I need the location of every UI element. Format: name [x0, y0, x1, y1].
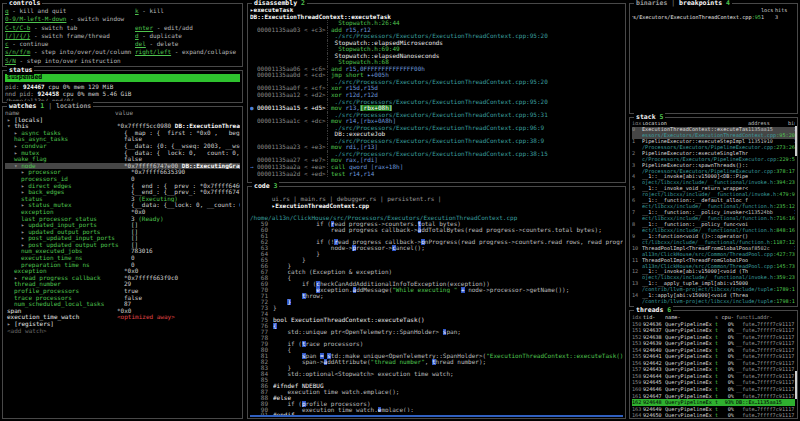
watches-col-value: value — [115, 110, 240, 117]
threads-body: idxtid-name-scpu-functi…addr-bin 1509246… — [632, 314, 795, 417]
controls-hint-row: [/]/{/} - switch frame/threadd - duplica… — [5, 32, 240, 40]
watch-row[interactable]: ▸ [registers] — [5, 321, 240, 328]
code-body: ui.rs | main.rs | debugger.rs | persiste… — [250, 190, 623, 417]
status-lines: pid: 924467 cpu 0% mem 129 MiBnnd pid: 9… — [5, 83, 240, 102]
watch-row[interactable]: ▾ node*0x7ffff6747e00 DB::ExecutingGraph… — [5, 163, 240, 170]
breakpoints-panel: binaries | breakpoints 4 locs hits /home… — [629, 3, 798, 114]
threads-panel: threads 6 idxtid-name-scpu-functi…addr-b… — [629, 310, 798, 419]
disassembly-panel: disassembly 2 ▸executeTask DB::Execution… — [247, 3, 626, 183]
watch-value: {__data: {__lock: 0, __count: 0, __owner… — [131, 202, 240, 209]
watch-value: 0 — [131, 176, 240, 183]
watch-row[interactable]: ▸ [locals] — [5, 117, 240, 124]
watch-row[interactable]: <add watch> — [5, 328, 240, 335]
watch-row[interactable]: ▸ post_updated_output_ports[] — [5, 242, 240, 249]
watch-name: <add watch> — [5, 328, 117, 335]
watch-value: *0x7ffff663f9c0 — [124, 275, 240, 282]
watch-row[interactable]: processors_id0 — [5, 176, 240, 183]
watch-value: {__end_: {__prev_: *0x7ffff6747e28 , __n… — [131, 189, 240, 196]
watch-row[interactable]: execution_time_ns0 — [5, 255, 240, 262]
watch-row[interactable]: exception*0x0 — [5, 268, 240, 275]
stack-body: idx location address bin 0ExecutionThrea… — [632, 121, 795, 305]
watch-name: ▸ updated_input_ports — [5, 222, 131, 229]
thread-list: 150924636QueryPipelineExt0%__fute…7ffff7… — [632, 321, 795, 417]
disassembly-lines: Stopwatch.h:26:44 00001135aa03 < +c3>add… — [250, 20, 623, 177]
watch-name: preparation_time_ns — [5, 262, 131, 269]
watch-row[interactable]: ▸ updated_output_ports[] — [5, 229, 240, 236]
watch-value: 783016 — [131, 248, 240, 255]
watch-value: false — [124, 136, 240, 143]
watch-value: 0 — [131, 262, 240, 269]
watch-name: trace_processors — [5, 295, 124, 302]
watch-row[interactable]: ▸ mutex{__data: {__lock: 0, __count: 0, … — [5, 150, 240, 157]
watch-row[interactable]: exception*0x0 — [5, 209, 240, 216]
disassembly-line[interactable]: 00001135aa2d < +ed>test r14,r14 — [250, 171, 623, 178]
stack-scrollbar[interactable] — [795, 126, 797, 156]
watch-row[interactable]: profile_processorstrue — [5, 288, 240, 295]
watch-name: ▸ read_progress_callback — [5, 275, 124, 282]
watch-row[interactable]: ▸ condvar{__data: {0: {__wseq: 2003, __w… — [5, 143, 240, 150]
stack-panel-title: stack 5 — [634, 113, 665, 122]
watch-row[interactable]: ▸ updated_input_ports[] — [5, 222, 240, 229]
controls-panel-title: controls — [7, 0, 42, 8]
watch-name: exception — [5, 268, 124, 275]
status-line: pid: 924467 cpu 0% mem 129 MiB — [5, 83, 240, 90]
watch-row[interactable]: ▸ async_tasks{__map_: {__first_: *0x0 , … — [5, 130, 240, 137]
stack-frame-list: 0ExecutionThreadContext::executeTask1135… — [632, 127, 795, 305]
watch-row[interactable]: execution_time_watch<optimized away> — [5, 314, 240, 321]
watch-name: num_scheduled_local_tasks — [5, 301, 124, 308]
watch-row[interactable]: ▸ read_progress_callback*0x7ffff663f9c0 — [5, 275, 240, 282]
watch-row[interactable]: ▾ this*0x7ffff5cc0980 DB::ExecutionThrea… — [5, 123, 240, 130]
stack-frame-source-line[interactable]: /home/al13n/ClickHouse/contrib/llvm-proj… — [632, 299, 795, 305]
watch-value — [117, 321, 240, 328]
watch-row[interactable]: thread_number29 — [5, 281, 240, 288]
watch-name: processors_id — [5, 176, 131, 183]
watch-value: {__map_: {__first_: *0x0 , __begin_: *0x… — [124, 130, 240, 137]
threads-scrollbar[interactable] — [795, 371, 797, 399]
breakpoint-locs: 1 — [761, 14, 775, 21]
watch-name: ▸ post_updated_output_ports — [5, 242, 131, 249]
watch-row[interactable]: ▸ back_edges{__end_: {__prev_: *0x7ffff6… — [5, 189, 240, 196]
watch-value: *0x7ffff6747e00 DB::ExecutingGraph::Node — [124, 163, 240, 170]
breakpoint-row[interactable]: /home/al13n/ClickHouse/src/Processors/Ex… — [632, 14, 795, 21]
code-tab-active[interactable]: ▸ExecutionThreadContext.cpp — [272, 202, 370, 209]
watch-row[interactable]: has_async_tasksfalse — [5, 136, 240, 143]
watch-value: *0x7ffff5cc0980 DB::ExecutionThreadConte… — [117, 123, 240, 130]
watch-value: *0x0 — [124, 268, 240, 275]
watch-row[interactable]: span*0x0 — [5, 308, 240, 315]
watch-list: ▸ [locals]▾ this*0x7ffff5cc0980 DB::Exec… — [5, 117, 240, 335]
watch-row[interactable]: ▸ post_updated_input_ports[] — [5, 235, 240, 242]
status-line: nnd pid: 924458 cpu 0% mem 5.46 GiB — [5, 90, 240, 97]
watch-row[interactable]: ▸ status_mutex{__data: {__lock: 0, __cou… — [5, 202, 240, 209]
watch-row[interactable]: status3 (Executing) — [5, 196, 240, 203]
controls-hint-row: C-t/C-b - switch tabenter - edit/add — [5, 24, 240, 32]
watch-row[interactable]: preparation_time_ns0 — [5, 262, 240, 269]
controls-hint-row: 0-9/M-left-M-down - switch window — [5, 15, 240, 23]
watch-value: {__data: {__lock: 0, __count: 0, __owner… — [124, 150, 240, 157]
watch-value: *0x7ffff6635390 — [131, 169, 240, 176]
watch-row[interactable]: last_processor_status3 (Ready) — [5, 216, 240, 223]
watch-value: false — [124, 295, 240, 302]
watch-name: wake_flag — [5, 156, 124, 163]
instruction-text: test r14,r14 — [327, 171, 623, 178]
code-panel: code 3 ui.rs | main.rs | debugger.rs | p… — [247, 186, 626, 419]
code-horizontal-scrollbar[interactable] — [250, 415, 623, 417]
watch-name: ▸ post_updated_input_ports — [5, 235, 131, 242]
watch-row[interactable]: ▸ direct_edges{__end_: {__prev_: *0x7fff… — [5, 183, 240, 190]
watch-value: 3 (Executing) — [131, 196, 240, 203]
watches-panel-title[interactable]: watches 1 | locations — [7, 102, 93, 111]
watch-row[interactable]: wake_flagfalse — [5, 156, 240, 163]
watch-value: *0x0 — [131, 209, 240, 216]
thread-row[interactable]: 164924650QueryPipelineExt0%__fute…7ffff7… — [632, 412, 795, 417]
breakpoints-panel-title[interactable]: binaries | breakpoints 4 — [634, 0, 732, 8]
watch-name: ▾ this — [5, 123, 117, 130]
watch-row[interactable]: num_executed_jobs783016 — [5, 248, 240, 255]
breakpoint-location: /home/al13n/ClickHouse/src/Processors/Ex… — [632, 14, 761, 21]
watch-row[interactable]: ▸ processor*0x7ffff6635390 — [5, 169, 240, 176]
disassembly-panel-title: disassembly 2 — [252, 0, 307, 8]
watch-value: {__data: {0: {__wseq: 2003, __wseq32: {_… — [124, 143, 240, 150]
watch-value: *0x0 — [117, 308, 240, 315]
watch-row[interactable]: num_scheduled_local_tasks87 — [5, 301, 240, 308]
watch-name: exception — [5, 209, 131, 216]
watch-name: profile_processors — [5, 288, 124, 295]
watch-row[interactable]: trace_processorsfalse — [5, 295, 240, 302]
